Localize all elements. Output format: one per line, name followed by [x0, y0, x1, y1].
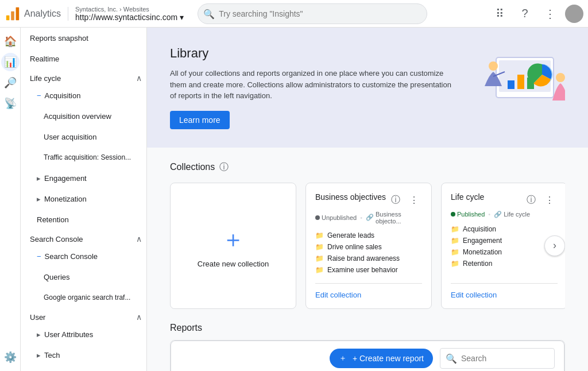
reports-section: Reports ＋ + Create new report 🔍	[147, 318, 588, 372]
lifecycle-link-meta: 🔗 Life cycle	[494, 211, 530, 218]
topbar-actions: ⠿ ? ⋮	[489, 3, 583, 24]
icon-sidebar-bottom: ⚙️	[1, 348, 20, 366]
app-name: Analytics	[24, 9, 61, 19]
lc-report-item-1: 📁 Engagement	[451, 237, 558, 245]
expand-icon: −	[37, 91, 41, 100]
user-attributes-item[interactable]: ▸ User Attributes	[21, 324, 146, 345]
monetization-expand-icon: ▸	[37, 195, 41, 203]
lc-report-item-0: 📁 Acquisition	[451, 225, 558, 233]
lc-report-item-3: 📁 Retention	[451, 260, 558, 268]
settings-icon-button[interactable]: ⚙️	[1, 348, 20, 366]
user-section-header: User ∧	[21, 308, 146, 324]
lc-report-folder-icon: 📁	[451, 260, 459, 268]
card-header-lifecycle: Life cycle ⓘ ⋮	[451, 192, 558, 208]
search-console-item[interactable]: − Search Console	[21, 246, 146, 266]
lifecycle-card-reports: 📁 Acquisition 📁 Engagement 📁 Monetizatio…	[451, 225, 558, 274]
svg-rect-2	[16, 7, 20, 20]
business-card-footer: Edit collection	[315, 283, 422, 299]
app-logo: Analytics	[5, 6, 61, 22]
acquisition-overview-item[interactable]: Acquisition overview	[21, 106, 146, 126]
lifecycle-section-header: Life cycle ∧	[21, 69, 146, 85]
card-header-business: Business objectives ⓘ ⋮	[315, 192, 422, 208]
search-bar[interactable]: 🔍	[198, 3, 427, 24]
link-icon-2: 🔗	[494, 211, 502, 218]
reports-search[interactable]: 🔍	[440, 348, 555, 369]
engagement-item[interactable]: ▸ Engagement	[21, 168, 146, 188]
lifecycle-more-icon-button[interactable]: ⋮	[541, 192, 558, 208]
help-icon-button[interactable]: ?	[514, 3, 535, 24]
main-layout: 🏠 📊 🔎 📡 ⚙️ Reports snapshot Realtime Lif…	[0, 28, 588, 371]
reports-section-title: Reports	[170, 323, 565, 333]
breadcrumb: Syntactics, Inc. › Websites http://www.s…	[75, 6, 184, 22]
user-acquisition-item[interactable]: User acquisition	[21, 126, 146, 147]
user-avatar[interactable]	[565, 5, 583, 23]
user-section-label: User	[30, 313, 45, 322]
scroll-right-arrow[interactable]: ›	[544, 235, 565, 256]
lc-report-folder-icon: 📁	[451, 248, 459, 256]
business-more-icon-button[interactable]: ⋮	[406, 192, 422, 208]
user-chevron-icon[interactable]: ∧	[136, 312, 142, 322]
business-card-reports: 📁 Generate leads 📁 Drive online sales 📁 …	[315, 231, 422, 274]
search-console-chevron-icon[interactable]: ∧	[136, 234, 142, 244]
svg-rect-5	[508, 80, 514, 89]
search-input[interactable]	[198, 3, 427, 24]
reports-search-icon: 🔍	[446, 353, 457, 364]
icon-sidebar: 🏠 📊 🔎 📡 ⚙️	[0, 28, 21, 371]
library-illustration	[462, 46, 565, 121]
home-icon-button[interactable]: 🏠	[1, 32, 20, 51]
company-name: Syntactics, Inc. › Websites	[75, 6, 184, 13]
advertising-icon-button[interactable]: 📡	[1, 94, 20, 113]
retention-item[interactable]: Retention	[21, 209, 146, 230]
report-item-2: 📁 Raise brand awareness	[315, 254, 422, 262]
reports-search-input[interactable]	[440, 348, 555, 369]
explore-icon-button[interactable]: 🔎	[1, 74, 20, 92]
report-item-0: 📁 Generate leads	[315, 231, 422, 239]
traffic-acquisition-item[interactable]: Traffic acquisition: Session...	[21, 147, 146, 168]
collections-help-icon[interactable]: ⓘ	[219, 161, 229, 173]
create-collection-card[interactable]: ＋ Create new collection	[170, 183, 296, 309]
tech-item[interactable]: ▸ Tech	[21, 345, 146, 365]
collections-section: Collections ⓘ ＋ Create new collection Bu…	[147, 148, 588, 318]
lc-report-item-2: 📁 Monetization	[451, 248, 558, 256]
user-attributes-expand-icon: ▸	[37, 330, 41, 339]
reports-snapshot-item[interactable]: Reports snapshot	[21, 28, 146, 48]
create-report-plus-icon: ＋	[339, 353, 347, 364]
reports-toolbar: ＋ + Create new report 🔍	[171, 341, 564, 372]
lifecycle-edit-button[interactable]: Edit collection	[451, 291, 497, 299]
collections-title: Collections ⓘ	[170, 161, 565, 173]
report-item-1: 📁 Drive online sales	[315, 243, 422, 251]
property-url[interactable]: http://www.syntacticsinc.com ▾	[75, 13, 184, 22]
topbar-divider	[68, 7, 68, 21]
lifecycle-info-icon-button[interactable]: ⓘ	[523, 192, 539, 208]
monetization-item[interactable]: ▸ Monetization	[21, 188, 146, 209]
apps-icon-button[interactable]: ⠿	[489, 3, 510, 24]
sc-expand-icon: −	[37, 252, 41, 261]
library-description: All of your collections and reports orga…	[170, 68, 457, 102]
more-options-button[interactable]: ⋮	[540, 3, 560, 24]
meta-separator-2: •	[488, 211, 490, 218]
create-plus-icon: ＋	[222, 223, 245, 255]
business-info-icon-button[interactable]: ⓘ	[388, 192, 404, 208]
engagement-expand-icon: ▸	[37, 174, 41, 183]
business-edit-button[interactable]: Edit collection	[315, 291, 361, 299]
create-report-button[interactable]: ＋ + Create new report	[330, 349, 433, 368]
lifecycle-label: Life cycle	[30, 74, 61, 83]
library-header-text: Library All of your collections and repo…	[170, 46, 457, 129]
search-icon: 🔍	[203, 8, 215, 19]
report-item-3: 📁 Examine user behavior	[315, 266, 422, 274]
tech-expand-icon: ▸	[37, 351, 41, 360]
learn-more-button[interactable]: Learn more	[170, 111, 230, 129]
svg-rect-0	[6, 15, 10, 20]
google-organic-item[interactable]: Google organic search traf...	[21, 287, 146, 308]
lc-report-folder-icon: 📁	[451, 237, 459, 245]
acquisition-item[interactable]: − Acquisition	[21, 85, 146, 106]
queries-item[interactable]: Queries	[21, 266, 146, 287]
business-card-icons: ⓘ ⋮	[388, 192, 422, 208]
lifecycle-chevron-icon[interactable]: ∧	[136, 74, 142, 83]
lifecycle-card-icons: ⓘ ⋮	[523, 192, 558, 208]
reports-icon-button[interactable]: 📊	[1, 53, 20, 71]
business-status-dot	[315, 215, 320, 220]
search-console-label: Search Console	[30, 235, 83, 244]
realtime-item[interactable]: Realtime	[21, 48, 146, 69]
svg-rect-1	[11, 11, 14, 20]
